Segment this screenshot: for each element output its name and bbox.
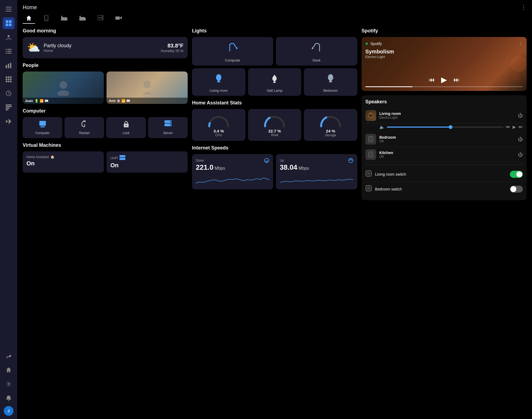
light-desk[interactable]: Desk	[276, 37, 357, 66]
speaker-livingroom-power-button[interactable]: ⏻	[518, 113, 523, 118]
spotify-logo-icon: ●	[365, 41, 368, 46]
speaker-bedroom-sub: Off	[379, 139, 515, 143]
svg-rect-9	[7, 49, 12, 50]
spotify-play-button[interactable]: ▶	[441, 75, 447, 84]
svg-point-67	[216, 74, 221, 81]
greeting-title: Good morning	[23, 28, 188, 34]
speed-up-number: 38.04	[280, 163, 297, 171]
sidebar-item-profile[interactable]	[3, 31, 15, 43]
speed-grid: Down 221.0 Mbps	[192, 154, 357, 189]
sidebar-item-dashboard[interactable]	[3, 17, 15, 29]
server-label: Server	[163, 131, 173, 135]
speaker-kitchen: Kitchen Off ⏻	[365, 147, 523, 162]
computer-label: Computer	[35, 131, 50, 135]
switch-bedroom: Bedroom switch	[365, 182, 523, 196]
speaker-next-button[interactable]: ⏭	[519, 124, 523, 130]
speed-down-icon	[264, 158, 269, 163]
person-juan[interactable]: Juan 🔋 📶 📖	[23, 71, 104, 104]
spotify-prev-button[interactable]: ⏮	[429, 76, 435, 83]
sidebar-item-grid[interactable]	[3, 73, 15, 85]
user-avatar[interactable]: J	[4, 406, 13, 416]
svg-point-87	[370, 152, 371, 154]
speaker-kitchen-power-button[interactable]: ⏻	[518, 152, 523, 158]
computer-section: Computer Computer	[23, 108, 188, 138]
greeting-section: Good morning ⛅ Partly cloudy Home 83.8°F…	[23, 28, 188, 58]
speaker-play-button[interactable]: ▶	[513, 124, 516, 130]
vm-unifi-status: On	[110, 162, 184, 169]
tab-bed1[interactable]	[58, 13, 71, 23]
switch-livingroom-icon	[365, 170, 372, 178]
vm-section: Virtual Machines Home Assistant 🏠 On Uni…	[23, 142, 188, 173]
svg-rect-30	[6, 109, 8, 110]
tab-bed2[interactable]	[76, 13, 89, 23]
svg-point-32	[8, 400, 9, 401]
light-computer[interactable]: Computer	[192, 37, 273, 66]
sidebar-item-wrench[interactable]	[3, 350, 15, 362]
speaker-prev-button[interactable]: ⏮	[506, 124, 510, 130]
spotify-progress-bar[interactable]	[365, 86, 523, 87]
svg-rect-16	[10, 63, 11, 68]
svg-rect-11	[7, 51, 12, 52]
content-area: Good morning ⛅ Partly cloudy Home 83.8°F…	[17, 24, 532, 419]
vm-unifi[interactable]: UniFi On	[107, 151, 188, 173]
sidebar-menu-icon[interactable]	[3, 3, 15, 15]
volume-slider[interactable]	[387, 127, 503, 128]
sidebar-item-circle[interactable]	[3, 87, 15, 99]
tab-home[interactable]	[23, 13, 35, 24]
svg-rect-19	[10, 76, 12, 78]
svg-rect-2	[6, 11, 12, 12]
tab-server[interactable]	[94, 13, 107, 24]
person-ann[interactable]: Ann 🗑 📶 📖	[107, 71, 188, 104]
light-saltlamp[interactable]: Salt Lamp	[248, 68, 301, 96]
sidebar-item-vscode[interactable]	[3, 115, 15, 127]
column-right: Spotify ● Spotify	[362, 28, 527, 200]
stat-cpu-value: 3.4 %	[214, 129, 224, 133]
sidebar-item-home[interactable]	[3, 364, 15, 376]
spotify-header: ● Spotify ⋮	[365, 41, 523, 46]
sidebar-item-list[interactable]	[3, 45, 15, 57]
volume-icon: 🔈	[379, 124, 385, 130]
spotify-card[interactable]: ● Spotify ⋮ Symbolism Electro-Light ⏮ ▶ …	[362, 37, 527, 91]
light-bedroom-label: Bedroom	[324, 88, 338, 93]
light-livingroom[interactable]: Living room	[192, 68, 245, 96]
svg-rect-23	[6, 81, 7, 82]
lights-title: Lights	[192, 28, 357, 34]
sidebar-notification-icon[interactable]	[3, 392, 15, 404]
tab-camera[interactable]	[112, 13, 125, 23]
sidebar-item-settings[interactable]	[3, 378, 15, 390]
sidebar-item-hacs[interactable]	[3, 101, 15, 113]
spotify-song: Symbolism	[365, 49, 523, 55]
switch-icon-svg	[365, 170, 372, 177]
switch-livingroom-toggle[interactable]	[510, 171, 523, 178]
spotify-next-button[interactable]: ⏭	[454, 76, 459, 83]
computer-btn-server[interactable]: Server	[148, 117, 188, 138]
svg-rect-51	[41, 126, 44, 127]
weather-card[interactable]: ⛅ Partly cloudy Home 83.8°F Humidity 55 …	[23, 37, 188, 58]
computer-btn-lock[interactable]: Lock	[106, 117, 146, 138]
speaker-bedroom: Bedroom Off ⏻	[365, 132, 523, 147]
svg-rect-3	[6, 20, 8, 23]
computer-btn-restart[interactable]: Restart	[64, 117, 104, 138]
vm-ha[interactable]: Home Assistant 🏠 On	[23, 151, 104, 173]
column-center: Lights Computer	[192, 28, 357, 200]
svg-rect-76	[329, 81, 332, 82]
person-ann-name: Ann	[109, 99, 115, 103]
computer-btn-computer[interactable]: Computer	[23, 117, 62, 138]
sidebar-item-chart[interactable]	[3, 59, 15, 71]
svg-rect-20	[6, 79, 7, 80]
speaker-kitchen-thumb	[365, 149, 376, 160]
page-title: Home	[23, 4, 37, 11]
spotify-more-icon[interactable]: ⋮	[519, 41, 523, 46]
person-juan-name: Juan	[25, 99, 33, 103]
light-bedroom-icon	[325, 74, 336, 86]
people-section: People Juan 🔋 📶 📖	[23, 63, 188, 104]
speaker-bedroom-power-button[interactable]: ⏻	[518, 137, 523, 142]
switch-bedroom-toggle[interactable]	[510, 186, 523, 193]
light-bedroom[interactable]: Bedroom	[304, 68, 357, 96]
svg-point-8	[6, 49, 7, 50]
tab-device[interactable]	[40, 13, 52, 24]
lights-main-grid: Computer Desk	[192, 37, 357, 66]
people-grid: Juan 🔋 📶 📖 Ann 🗑	[23, 71, 188, 104]
more-menu-icon[interactable]: ⋮	[521, 4, 527, 11]
svg-point-63	[236, 47, 238, 49]
